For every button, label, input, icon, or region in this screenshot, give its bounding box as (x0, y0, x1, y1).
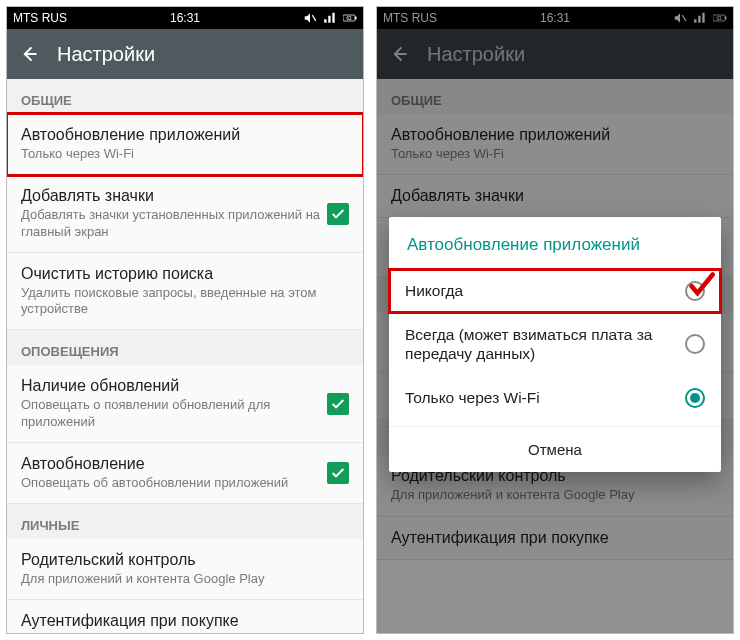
radio-unchecked-icon[interactable] (685, 334, 705, 354)
radio-checked-icon[interactable] (685, 388, 705, 408)
row-subtitle: Удалить поисковые запросы, введенные на … (21, 285, 349, 318)
row-add-icons[interactable]: Добавлять значки Добавлять значки устано… (7, 175, 363, 253)
row-parental[interactable]: Родительский контроль Для приложений и к… (7, 539, 363, 600)
option-label: Никогда (405, 281, 673, 300)
svg-rect-2 (355, 17, 357, 20)
checkbox-checked-icon[interactable] (327, 203, 349, 225)
phone-right: MTS RUS 16:31 63 Настройки ОБЩИЕ Автообн… (376, 6, 734, 634)
checkbox-checked-icon[interactable] (327, 393, 349, 415)
section-personal: ЛИЧНЫЕ (7, 504, 363, 539)
row-subtitle: Добавлять значки установленных приложени… (21, 207, 327, 240)
status-bar: MTS RUS 16:31 63 (7, 7, 363, 29)
dialog-option-never[interactable]: Никогда (389, 269, 721, 313)
option-label: Только через Wi-Fi (405, 388, 673, 407)
clock-label: 16:31 (67, 11, 303, 25)
dialog-cancel-button[interactable]: Отмена (389, 426, 721, 468)
section-general: ОБЩИЕ (7, 79, 363, 114)
row-title: Автообновление (21, 455, 327, 473)
row-auth-purchase[interactable]: Аутентификация при покупке (7, 600, 363, 634)
row-title: Автообновление приложений (21, 126, 349, 144)
signal-icon (323, 11, 337, 25)
checkbox-checked-icon[interactable] (327, 462, 349, 484)
back-icon[interactable] (19, 44, 39, 64)
row-subtitle: Только через Wi-Fi (21, 146, 349, 162)
row-title: Очистить историю поиска (21, 265, 349, 283)
appbar-title: Настройки (57, 43, 155, 66)
section-notifications: ОПОВЕЩЕНИЯ (7, 330, 363, 365)
option-label: Всегда (может взиматься плата за передач… (405, 325, 673, 364)
mute-icon (303, 11, 317, 25)
dialog-option-wifi[interactable]: Только через Wi-Fi (389, 376, 721, 420)
row-subtitle: Для приложений и контента Google Play (21, 571, 349, 587)
row-title: Наличие обновлений (21, 377, 327, 395)
dialog-option-always[interactable]: Всегда (может взиматься плата за передач… (389, 313, 721, 376)
svg-text:63: 63 (346, 16, 352, 21)
dialog-title: Автообновление приложений (389, 217, 721, 269)
row-title: Добавлять значки (21, 187, 327, 205)
row-subtitle: Оповещать о появлении обновлений для при… (21, 397, 327, 430)
row-subtitle: Оповещать об автообновлении приложений (21, 475, 327, 491)
annotation-check-icon (687, 271, 715, 299)
row-title: Родительский контроль (21, 551, 349, 569)
battery-icon: 63 (343, 11, 357, 25)
carrier-label: MTS RUS (13, 11, 67, 25)
row-has-updates[interactable]: Наличие обновлений Оповещать о появлении… (7, 365, 363, 443)
autoupdate-dialog: Автообновление приложений Никогда Всегда… (389, 217, 721, 472)
row-autoupdate-notify[interactable]: Автообновление Оповещать об автообновлен… (7, 443, 363, 504)
status-icons: 63 (303, 11, 357, 25)
svg-line-0 (312, 15, 316, 21)
row-clear-search[interactable]: Очистить историю поиска Удалить поисковы… (7, 253, 363, 331)
row-autoupdate-apps[interactable]: Автообновление приложений Только через W… (7, 114, 363, 175)
app-bar: Настройки (7, 29, 363, 79)
phone-left: MTS RUS 16:31 63 Настройки ОБЩИЕ Автообн… (6, 6, 364, 634)
row-title: Аутентификация при покупке (21, 612, 349, 630)
